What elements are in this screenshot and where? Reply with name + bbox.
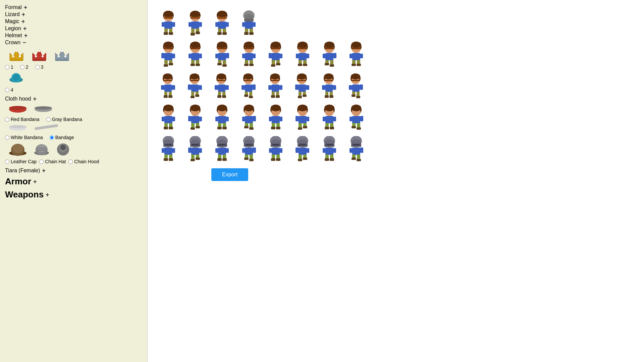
crown-collapse-icon[interactable]: −	[22, 40, 26, 46]
sprite-4-8	[345, 105, 367, 131]
crown-option-3[interactable]: 3	[35, 64, 44, 70]
nav-crown[interactable]: Crown −	[5, 40, 142, 46]
svg-rect-355	[196, 158, 200, 160]
legion-expand-icon[interactable]: +	[23, 25, 27, 32]
svg-rect-325	[330, 127, 334, 129]
svg-point-258	[163, 105, 173, 111]
bandage-radio[interactable]	[50, 135, 54, 140]
svg-rect-172	[161, 85, 164, 90]
svg-point-126	[271, 42, 281, 48]
armor-header: Armor +	[5, 176, 142, 187]
hat-option-chain-hood[interactable]: Chain Hood	[68, 159, 99, 164]
nav-lizard[interactable]: Lizard +	[5, 11, 142, 17]
chain-hood-radio[interactable]	[68, 160, 73, 164]
crown-option-4[interactable]: 4	[5, 87, 13, 93]
sprite-3-2	[184, 73, 206, 100]
crown-option-2[interactable]: 2	[20, 64, 29, 70]
red-bandana-icon	[8, 104, 27, 114]
svg-rect-46	[164, 17, 173, 19]
chain-hat-radio[interactable]	[39, 160, 44, 164]
svg-rect-349	[191, 147, 199, 155]
crown-option-1[interactable]: 1	[5, 64, 13, 70]
nav-magic-label: Magic	[5, 18, 19, 24]
tiara-expand-icon[interactable]: +	[42, 168, 46, 174]
formal-expand-icon[interactable]: +	[24, 4, 28, 10]
svg-rect-150	[323, 54, 325, 58]
sprite-5-1	[158, 136, 179, 163]
weapons-expand-icon[interactable]: +	[46, 192, 49, 198]
bandana-option-white[interactable]: White Bandana	[5, 135, 43, 140]
armor-expand-icon[interactable]: +	[33, 179, 37, 185]
svg-rect-89	[169, 63, 173, 65]
svg-rect-279	[218, 116, 226, 123]
white-bandana-icon	[8, 123, 27, 132]
crown-radio-3[interactable]	[35, 65, 40, 69]
nav-magic[interactable]: Magic +	[5, 18, 142, 24]
gray-bandana-label: Gray Bandana	[52, 117, 82, 122]
lizard-expand-icon[interactable]: +	[22, 11, 25, 17]
bandana-option-bandage[interactable]: Bandage	[50, 135, 74, 140]
crown-radio-2[interactable]	[20, 65, 24, 69]
svg-rect-398	[296, 147, 299, 153]
red-bandana-radio[interactable]	[5, 117, 9, 122]
sprite-2-8	[345, 42, 367, 68]
sprite-2-2	[184, 42, 206, 68]
svg-rect-237	[325, 84, 333, 92]
svg-point-137	[298, 42, 308, 48]
svg-rect-195	[225, 85, 229, 90]
svg-rect-90	[164, 48, 173, 49]
hat-option-chain-hat[interactable]: Chain Hat	[39, 159, 66, 164]
svg-rect-374	[242, 148, 245, 153]
white-bandana-radio[interactable]	[5, 135, 9, 140]
nav-helmet[interactable]: Helmet +	[5, 33, 142, 39]
svg-rect-215	[272, 84, 279, 92]
svg-point-38	[163, 11, 173, 17]
cloth-hood-header: Cloth hood +	[5, 96, 142, 102]
svg-rect-160	[352, 53, 360, 60]
nav-formal[interactable]: Formal +	[5, 4, 142, 10]
svg-rect-373	[245, 147, 253, 155]
crown-radio-4[interactable]	[5, 88, 9, 92]
svg-rect-395	[272, 144, 279, 145]
svg-rect-334	[352, 126, 356, 128]
bandana-option-gray[interactable]: Gray Bandana	[46, 117, 82, 122]
export-button[interactable]: Export	[211, 168, 248, 181]
magic-expand-icon[interactable]: +	[21, 18, 25, 24]
leather-cap-label: Leather Cap	[11, 159, 37, 164]
helmet-expand-icon[interactable]: +	[24, 33, 28, 39]
svg-rect-255	[351, 80, 360, 81]
svg-rect-254	[356, 96, 360, 98]
hat-radio-row: Leather Cap Chain Hat Chain Hood	[5, 159, 142, 164]
nav-legion[interactable]: Legion +	[5, 25, 142, 32]
svg-rect-309	[299, 116, 307, 123]
sprite-1-1	[158, 10, 179, 37]
svg-rect-390	[271, 158, 275, 161]
weapons-label: Weapons	[5, 189, 44, 200]
bandana-option-red[interactable]: Red Bandana	[5, 117, 40, 122]
hat-option-leather[interactable]: Leather Cap	[5, 159, 37, 164]
svg-rect-324	[325, 127, 329, 129]
crown-radio-1[interactable]	[5, 65, 9, 69]
svg-point-9	[42, 55, 44, 57]
svg-rect-144	[303, 64, 307, 66]
sprite-4-3	[211, 105, 233, 131]
svg-rect-350	[188, 147, 191, 153]
svg-rect-121	[244, 64, 249, 66]
svg-rect-221	[276, 95, 280, 98]
cloth-hood-expand-icon[interactable]: +	[33, 96, 37, 102]
svg-rect-228	[306, 85, 309, 90]
gray-bandana-radio[interactable]	[46, 117, 51, 122]
sprite-2-4	[238, 42, 260, 68]
svg-rect-177	[168, 95, 172, 98]
svg-rect-167	[352, 48, 361, 49]
sprite-2-5	[265, 42, 286, 68]
svg-rect-71	[242, 22, 245, 27]
svg-rect-198	[217, 95, 221, 98]
svg-rect-70	[245, 21, 253, 29]
leather-cap-radio[interactable]	[5, 160, 9, 164]
sprite-3-4	[238, 73, 260, 100]
svg-rect-44	[164, 32, 168, 35]
sprite-4-2	[184, 105, 206, 131]
svg-rect-165	[352, 64, 356, 66]
svg-point-49	[190, 11, 200, 17]
